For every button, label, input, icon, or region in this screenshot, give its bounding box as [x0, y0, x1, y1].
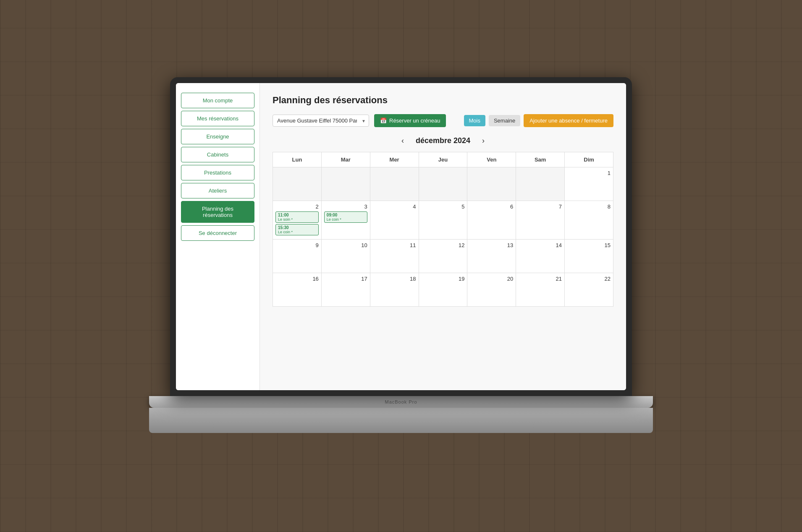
location-select-wrapper: Avenue Gustave Eiffel 75000 Paris ▼	[273, 115, 369, 127]
col-dim: Dim	[565, 152, 613, 167]
calendar-row-2: 2 11:00 Le soin * 15:30 Le coin *	[273, 201, 613, 240]
semaine-button[interactable]: Semaine	[489, 115, 520, 126]
absence-button[interactable]: Ajouter une absence / fermeture	[524, 114, 613, 127]
calendar-cell-empty	[273, 167, 322, 201]
calendar-cell-2[interactable]: 2 11:00 Le soin * 15:30 Le coin *	[273, 201, 322, 240]
day-number: 8	[567, 203, 611, 210]
laptop-screen: Mon compte Mes réservations Enseigne Cab…	[176, 83, 626, 390]
calendar-cell-12[interactable]: 12	[419, 240, 467, 273]
calendar-cell-8[interactable]: 8	[565, 201, 613, 240]
calendar-cell-empty	[321, 167, 370, 201]
day-number: 16	[275, 276, 319, 282]
laptop-base: MacBook Pro	[149, 396, 653, 408]
calendar-cell-16[interactable]: 16	[273, 273, 322, 307]
reserve-button[interactable]: 📅 Réserver un créneau	[374, 114, 446, 127]
prev-month-button[interactable]: ‹	[398, 135, 407, 147]
calendar-cell-empty	[419, 167, 467, 201]
calendar-month-label: décembre 2024	[416, 136, 470, 145]
day-number: 5	[422, 203, 465, 210]
calendar-cell-14[interactable]: 14	[516, 240, 565, 273]
sidebar-item-ateliers[interactable]: Ateliers	[181, 183, 254, 198]
day-number: 17	[324, 276, 367, 282]
day-number: 3	[324, 203, 367, 210]
day-number: 19	[422, 276, 465, 282]
sidebar-item-deconnexion[interactable]: Se déconnecter	[181, 225, 254, 241]
calendar: ‹ décembre 2024 › Lun Mar Mer Jeu Ven	[273, 135, 613, 307]
calendar-cell-4[interactable]: 4	[370, 201, 419, 240]
event-label: Le coin *	[327, 217, 365, 222]
calendar-cell-empty	[467, 167, 516, 201]
main-content: Planning des réservations Avenue Gustave…	[260, 83, 626, 390]
day-number: 7	[519, 203, 562, 210]
event-time: 09:00	[327, 213, 365, 217]
day-number: 12	[422, 242, 465, 248]
macbook-label: MacBook Pro	[385, 399, 417, 404]
day-number: 10	[324, 242, 367, 248]
sidebar-item-enseigne[interactable]: Enseigne	[181, 129, 254, 144]
day-number: 21	[519, 276, 562, 282]
day-number: 9	[275, 242, 319, 248]
sidebar-item-prestations[interactable]: Prestations	[181, 165, 254, 180]
location-select[interactable]: Avenue Gustave Eiffel 75000 Paris	[273, 115, 369, 127]
calendar-cell-21[interactable]: 21	[516, 273, 565, 307]
day-number: 22	[567, 276, 611, 282]
day-number: 1	[567, 170, 611, 176]
mois-button[interactable]: Mois	[464, 115, 485, 126]
calendar-cell-9[interactable]: 9	[273, 240, 322, 273]
day-number: 20	[470, 276, 513, 282]
col-sam: Sam	[516, 152, 565, 167]
col-lun: Lun	[273, 152, 322, 167]
sidebar-item-cabinets[interactable]: Cabinets	[181, 147, 254, 162]
laptop-frame: Mon compte Mes réservations Enseigne Cab…	[149, 77, 653, 455]
laptop-screen-frame: Mon compte Mes réservations Enseigne Cab…	[170, 77, 632, 396]
day-number: 6	[470, 203, 513, 210]
calendar-row-3: 9 10 11 12 13 14 15	[273, 240, 613, 273]
day-number: 11	[373, 242, 416, 248]
col-ven: Ven	[467, 152, 516, 167]
calendar-header: ‹ décembre 2024 ›	[273, 135, 613, 147]
calendar-cell-22[interactable]: 22	[565, 273, 613, 307]
calendar-cell-20[interactable]: 20	[467, 273, 516, 307]
event-1530[interactable]: 15:30 Le coin *	[275, 224, 319, 235]
calendar-cell-18[interactable]: 18	[370, 273, 419, 307]
calendar-header-row: Lun Mar Mer Jeu Ven Sam Dim	[273, 152, 613, 167]
calendar-cell-6[interactable]: 6	[467, 201, 516, 240]
calendar-row-1: 1	[273, 167, 613, 201]
event-time: 11:00	[278, 213, 316, 217]
day-number: 18	[373, 276, 416, 282]
next-month-button[interactable]: ›	[479, 135, 488, 147]
day-number: 14	[519, 242, 562, 248]
page-title: Planning des réservations	[273, 95, 613, 106]
calendar-icon: 📅	[380, 117, 387, 124]
event-label: Le soin *	[278, 217, 316, 222]
sidebar-item-mon-compte[interactable]: Mon compte	[181, 93, 254, 108]
keyboard-bar	[149, 408, 653, 433]
calendar-cell-10[interactable]: 10	[321, 240, 370, 273]
event-label: Le coin *	[278, 230, 316, 234]
calendar-row-4: 16 17 18 19 20 21 22	[273, 273, 613, 307]
calendar-cell-empty	[516, 167, 565, 201]
col-jeu: Jeu	[419, 152, 467, 167]
day-number: 2	[275, 203, 319, 210]
toolbar-right: Mois Semaine Ajouter une absence / ferme…	[464, 114, 614, 127]
event-1100[interactable]: 11:00 Le soin *	[275, 211, 319, 223]
sidebar: Mon compte Mes réservations Enseigne Cab…	[176, 83, 260, 390]
calendar-cell-19[interactable]: 19	[419, 273, 467, 307]
calendar-cell-11[interactable]: 11	[370, 240, 419, 273]
calendar-cell-1[interactable]: 1	[565, 167, 613, 201]
toolbar-left: Avenue Gustave Eiffel 75000 Paris ▼ 📅 Ré…	[273, 114, 446, 127]
calendar-cell-3[interactable]: 3 09:00 Le coin *	[321, 201, 370, 240]
calendar-cell-17[interactable]: 17	[321, 273, 370, 307]
sidebar-item-planning[interactable]: Planning des réservations	[181, 201, 254, 223]
sidebar-item-mes-reservations[interactable]: Mes réservations	[181, 111, 254, 126]
calendar-cell-15[interactable]: 15	[565, 240, 613, 273]
calendar-cell-7[interactable]: 7	[516, 201, 565, 240]
event-0900[interactable]: 09:00 Le coin *	[324, 211, 367, 223]
day-number: 4	[373, 203, 416, 210]
calendar-table: Lun Mar Mer Jeu Ven Sam Dim	[273, 152, 613, 307]
event-time: 15:30	[278, 225, 316, 230]
calendar-cell-empty	[370, 167, 419, 201]
day-number: 15	[567, 242, 611, 248]
calendar-cell-13[interactable]: 13	[467, 240, 516, 273]
calendar-cell-5[interactable]: 5	[419, 201, 467, 240]
